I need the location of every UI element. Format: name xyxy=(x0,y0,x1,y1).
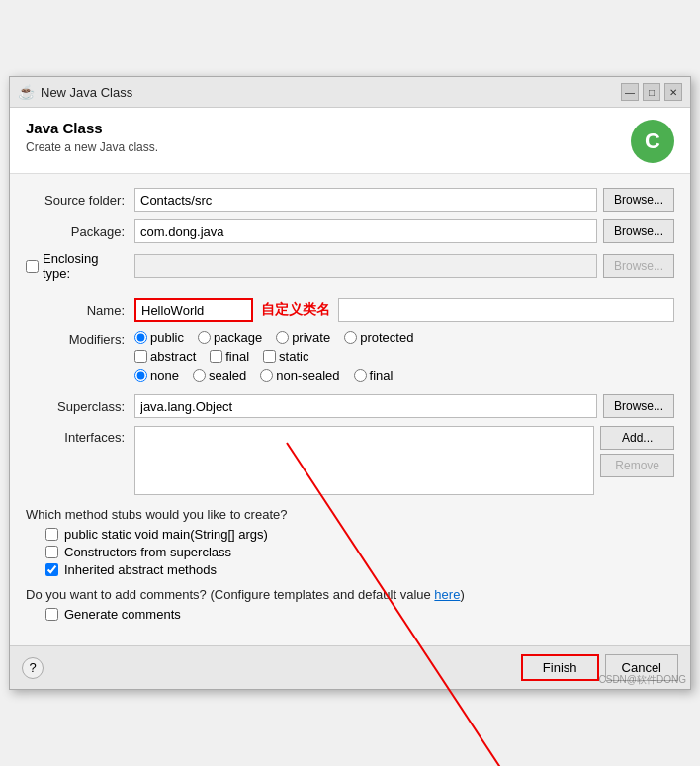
stubs-main-label: public static void main(String[] args) xyxy=(64,527,268,542)
modifier-package[interactable]: package xyxy=(198,330,262,345)
content-area: Source folder: Browse... Package: Browse… xyxy=(10,174,690,645)
modifier-abstract[interactable]: abstract xyxy=(134,349,196,364)
titlebar-title: New Java Class xyxy=(41,85,615,100)
comments-question-suffix: ) xyxy=(460,587,464,602)
superclass-row: Superclass: Browse... xyxy=(26,394,674,418)
source-folder-label: Source folder: xyxy=(26,193,134,208)
superclass-input[interactable] xyxy=(134,394,597,418)
source-folder-row: Source folder: Browse... xyxy=(26,188,674,212)
titlebar: ☕ New Java Class — □ ✕ xyxy=(10,77,690,108)
maximize-button[interactable]: □ xyxy=(643,83,660,101)
modifier-public[interactable]: public xyxy=(134,330,184,345)
modifier-final-check[interactable]: final xyxy=(210,349,249,364)
modifier-non-sealed[interactable]: non-sealed xyxy=(260,368,339,383)
enclosing-label: Enclosing type: xyxy=(43,251,125,281)
package-label: Package: xyxy=(26,224,134,239)
modifier-sealed[interactable]: sealed xyxy=(193,368,246,383)
stubs-constructors-label: Constructors from superclass xyxy=(64,545,231,559)
comments-section: Do you want to add comments? (Configure … xyxy=(26,587,674,622)
comments-generate-checkbox[interactable] xyxy=(45,608,58,621)
comments-generate-label: Generate comments xyxy=(64,607,181,622)
enclosing-checkbox-wrapper: Enclosing type: xyxy=(26,251,134,281)
titlebar-controls: — □ ✕ xyxy=(621,83,682,101)
stubs-inherited-label: Inherited abstract methods xyxy=(64,562,217,577)
name-row: Name: 自定义类名 xyxy=(26,298,674,322)
interfaces-label: Interfaces: xyxy=(26,426,134,445)
header-title: Java Class xyxy=(26,120,158,136)
modifier-protected[interactable]: protected xyxy=(344,330,413,345)
header-subtitle: Create a new Java class. xyxy=(26,140,158,154)
extra-modifiers-row: abstract final static xyxy=(134,349,674,364)
name-input-wrapper: 自定义类名 xyxy=(134,298,674,322)
modifier-private[interactable]: private xyxy=(276,330,330,345)
close-button[interactable]: ✕ xyxy=(664,83,682,101)
source-folder-browse-button[interactable]: Browse... xyxy=(603,188,674,212)
modifier-final-radio[interactable]: final xyxy=(354,368,394,383)
stubs-inherited-checkbox[interactable] xyxy=(45,563,58,576)
stubs-question: Which method stubs would you like to cre… xyxy=(26,507,674,522)
comments-link[interactable]: here xyxy=(434,587,460,602)
name-hint: 自定义类名 xyxy=(261,301,330,319)
comments-question: Do you want to add comments? (Configure … xyxy=(26,587,674,602)
interfaces-buttons: Add... Remove xyxy=(600,426,674,477)
modifier-static[interactable]: static xyxy=(263,349,308,364)
finish-button[interactable]: Finish xyxy=(521,654,599,681)
help-button[interactable]: ? xyxy=(22,657,44,679)
package-browse-button[interactable]: Browse... xyxy=(603,219,674,243)
superclass-browse-button[interactable]: Browse... xyxy=(603,394,674,418)
access-modifiers-row: public package private protected xyxy=(134,330,674,345)
titlebar-icon: ☕ xyxy=(18,84,35,100)
interfaces-remove-button[interactable]: Remove xyxy=(600,454,674,477)
modifier-none[interactable]: none xyxy=(134,368,179,383)
enclosing-input[interactable] xyxy=(134,254,597,278)
stubs-main-checkbox[interactable] xyxy=(45,528,58,541)
stubs-constructors-checkbox[interactable] xyxy=(45,546,58,558)
minimize-button[interactable]: — xyxy=(621,83,639,101)
comments-item: Generate comments xyxy=(45,607,674,622)
enclosing-checkbox[interactable] xyxy=(26,260,39,273)
stubs-item-main: public static void main(String[] args) xyxy=(45,527,674,542)
modifiers-grid: public package private protected xyxy=(134,330,674,386)
enclosing-browse-button[interactable]: Browse... xyxy=(603,254,674,278)
interfaces-listbox xyxy=(134,426,594,495)
sealed-modifiers-row: none sealed non-sealed final xyxy=(134,368,674,383)
interfaces-section: Interfaces: Add... Remove xyxy=(26,426,674,495)
package-row: Package: Browse... xyxy=(26,219,674,243)
enclosing-row: Enclosing type: Browse... xyxy=(26,251,674,281)
stubs-item-constructors: Constructors from superclass xyxy=(45,545,674,559)
header-text: Java Class Create a new Java class. xyxy=(26,120,158,154)
source-folder-input[interactable] xyxy=(134,188,597,212)
superclass-label: Superclass: xyxy=(26,399,134,414)
name-input[interactable] xyxy=(134,298,253,322)
footer: ? Finish Cancel xyxy=(10,645,690,689)
name-label: Name: xyxy=(26,303,134,318)
comments-question-prefix: Do you want to add comments? (Configure … xyxy=(26,587,434,602)
watermark: CSDN@软件DONG xyxy=(599,673,687,687)
package-input[interactable] xyxy=(134,219,597,243)
header-logo: C xyxy=(631,120,674,163)
header-section: Java Class Create a new Java class. C xyxy=(10,108,690,174)
modifiers-label: Modifiers: xyxy=(26,330,134,347)
stubs-section: Which method stubs would you like to cre… xyxy=(26,507,674,577)
stubs-item-inherited: Inherited abstract methods xyxy=(45,562,674,577)
name-extension-area xyxy=(338,298,674,322)
interfaces-add-button[interactable]: Add... xyxy=(600,426,674,450)
modifiers-section: Modifiers: public package private protec… xyxy=(26,330,674,386)
